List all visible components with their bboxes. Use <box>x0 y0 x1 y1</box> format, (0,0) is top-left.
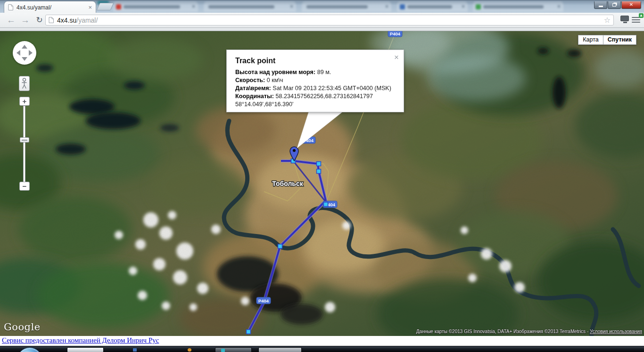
url-path: /yamal/ <box>76 17 98 24</box>
svg-text:Р404: Р404 <box>303 138 314 143</box>
browser-toolbar: ← → ↻ 4x4.su/yamal/ ☆ ▲ <box>0 13 644 28</box>
start-button[interactable] <box>17 347 42 352</box>
datetime-row: Дата\время: Sat Mar 09 2013 22:53:45 GMT… <box>235 84 397 92</box>
favicon <box>476 4 481 9</box>
background-tab[interactable]: × <box>473 1 563 12</box>
tab-close-icon[interactable]: × <box>88 4 92 10</box>
speed-row: Скорость: 0 км\ч <box>235 76 397 84</box>
info-window-close-icon[interactable]: × <box>394 54 399 61</box>
page-favicon <box>8 4 13 10</box>
zoom-slider-handle[interactable] <box>20 137 29 142</box>
info-window-title: Track point <box>235 57 397 65</box>
background-tab[interactable]: × <box>113 1 198 12</box>
waypoint[interactable] <box>317 169 321 174</box>
coordinates-row: Координаты: 58.234157562256,68.273162841… <box>235 92 397 101</box>
address-bar[interactable]: 4x4.su/yamal/ ☆ <box>45 15 614 25</box>
google-logo[interactable]: Google <box>4 321 41 333</box>
pan-control[interactable] <box>13 41 36 65</box>
taskbar-button[interactable] <box>215 347 252 352</box>
road-shield-p404: Р404 <box>301 137 315 143</box>
reload-button[interactable]: ↻ <box>33 14 46 26</box>
restore-button[interactable] <box>608 1 621 9</box>
pan-right-icon[interactable] <box>29 50 33 56</box>
zoom-in-button[interactable]: + <box>19 97 30 106</box>
pan-up-icon[interactable] <box>22 45 27 49</box>
close-button[interactable]: ✕ <box>621 1 641 9</box>
minimize-button[interactable] <box>594 1 607 9</box>
background-window-tabs: × × × × × <box>0 0 644 13</box>
taskbar-icon <box>221 349 225 352</box>
zoom-slider-track[interactable] <box>23 106 25 183</box>
map-type-satellite-button[interactable]: Спутник <box>603 35 636 45</box>
zoom-out-button[interactable]: − <box>19 182 30 191</box>
taskbar-icon[interactable] <box>188 348 191 352</box>
favicon <box>116 4 121 9</box>
map-viewport[interactable]: Р404 Р404 Р404 Р404 <box>0 31 644 336</box>
url-host: 4x4.su <box>57 17 76 24</box>
coordinates-dms-row: 58°14.049',68°16.390' <box>235 101 397 109</box>
map-type-map-button[interactable]: Карта <box>578 35 603 45</box>
city-label: Тобольск <box>272 180 303 187</box>
pegman-icon <box>21 78 27 89</box>
toolbar-divider <box>0 28 644 31</box>
tab-strip: × × × × × <box>0 0 644 13</box>
waypoint[interactable] <box>317 162 321 166</box>
pegman-button[interactable] <box>19 76 30 91</box>
update-badge: ▲ <box>639 13 644 18</box>
info-window: × Track point Высота над уровнем моря: 8… <box>226 50 404 112</box>
menu-icon[interactable]: ▲ <box>632 16 642 24</box>
waypoint[interactable] <box>247 330 251 334</box>
forward-button[interactable]: → <box>19 14 32 26</box>
pan-down-icon[interactable] <box>22 57 27 61</box>
window-controls: ✕ <box>594 1 641 9</box>
page-favicon <box>49 17 54 23</box>
waypoint[interactable] <box>278 244 282 249</box>
waypoint[interactable] <box>324 202 328 207</box>
background-tab[interactable]: × <box>204 1 296 12</box>
bookmark-star-icon[interactable]: ☆ <box>604 16 611 25</box>
browser-window: × × × × × <box>0 0 644 352</box>
monitor-icon[interactable] <box>620 16 630 24</box>
taskbar-icon[interactable] <box>133 348 137 352</box>
page-footer: Сервис предоставлен компанией Делорм Инр… <box>0 336 644 346</box>
svg-text:Р404: Р404 <box>390 31 401 36</box>
tab-title: 4x4.su/yamal/ <box>17 4 88 11</box>
road-shield-p404: Р404 <box>388 31 402 37</box>
windows-taskbar <box>0 346 644 352</box>
altitude-row: Высота над уровнем моря: 89 м. <box>235 68 397 76</box>
service-provider-link[interactable]: Сервис предоставлен компанией Делорм Инр… <box>2 336 159 344</box>
background-tab[interactable]: × <box>397 1 468 12</box>
back-button[interactable]: ← <box>5 14 17 26</box>
map-type-control: Карта Спутник <box>578 35 636 45</box>
favicon <box>400 4 405 9</box>
active-tab[interactable]: 4x4.su/yamal/ × <box>4 1 96 13</box>
svg-text:Р404: Р404 <box>258 298 269 303</box>
terms-of-use-link[interactable]: Условия использования <box>590 329 642 334</box>
taskbar-button[interactable] <box>67 347 104 352</box>
pan-left-icon[interactable] <box>17 50 20 56</box>
taskbar-button[interactable] <box>258 347 302 352</box>
background-tab[interactable]: × <box>302 1 391 12</box>
map-attribution: Данные карты ©2013 GIS Innovatsia, DATA+… <box>416 329 642 334</box>
road-shield-p404: Р404 <box>256 297 271 304</box>
